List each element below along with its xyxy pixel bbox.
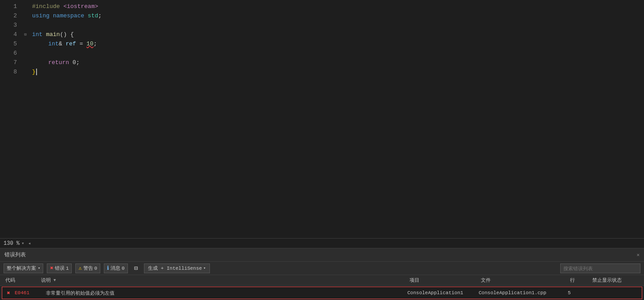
col-header-file: 文件	[477, 277, 566, 284]
warning-count: 0	[94, 266, 98, 271]
error-list-title: 错误列表	[4, 251, 26, 259]
build-label: 生成 + IntelliSense	[148, 265, 202, 272]
table-row[interactable]: ✖ E0461 非常量引用的初始值必须为左值 ConsoleApplicatio…	[2, 287, 642, 299]
message-label: 消息	[111, 265, 120, 272]
build-dropdown[interactable]: 生成 + IntelliSense ▾	[144, 264, 209, 273]
message-count: 0	[122, 266, 125, 271]
row-project: ConsoleApplication1	[404, 290, 475, 296]
scope-label: 整个解决方案	[7, 265, 36, 272]
col-header-desc: 说明 ▼	[37, 277, 406, 284]
build-dropdown-arrow: ▾	[203, 266, 205, 271]
row-file: ConsoleApplication1.cpp	[475, 290, 564, 296]
code-line-5: int& ref = 10;	[32, 39, 644, 49]
col-header-suppress: 禁止显示状态	[589, 277, 642, 284]
collapse-markers: ⊟	[22, 2, 29, 238]
error-list-header: 错误列表 ✕	[0, 248, 644, 262]
zoom-level[interactable]: 130 %	[4, 240, 20, 247]
error-label: 错误	[55, 265, 65, 272]
desc-sort-icon: ▼	[53, 278, 56, 283]
row-error-icon: ✖	[4, 290, 13, 296]
col-header-project: 项目	[406, 277, 477, 284]
row-code: E0461	[13, 290, 44, 296]
error-list-rows: ✖ E0461 非常量引用的初始值必须为左值 ConsoleApplicatio…	[0, 287, 644, 299]
col-header-code: 代码	[2, 277, 37, 284]
warning-filter-btn[interactable]: ⚠ 警告 0	[75, 264, 100, 273]
scroll-left-icon[interactable]: ◂	[28, 240, 31, 246]
error-columns: 代码 说明 ▼ 项目 文件 行 禁止显示状态	[0, 275, 644, 286]
line-numbers: 1 2 3 4 5 6 7 8	[0, 2, 22, 238]
row-description: 非常量引用的初始值必须为左值	[44, 290, 404, 296]
message-filter-btn[interactable]: ℹ 消息 0	[104, 264, 128, 273]
error-toolbar: 整个解决方案 ▾ ✖ 错误 1 ⚠ 警告 0 ℹ 消息 0 ⊟ 生成 + Int…	[0, 262, 644, 275]
scope-dropdown[interactable]: 整个解决方案 ▾	[4, 264, 43, 273]
zoom-bar: 130 % ▾ ◂	[0, 238, 644, 248]
code-line-8: }	[32, 67, 644, 77]
row-line: 5	[564, 290, 587, 296]
error-search-input[interactable]	[560, 264, 640, 273]
filter-btn[interactable]: ⊟	[131, 264, 140, 273]
error-filter-btn[interactable]: ✖ 错误 1	[47, 264, 72, 273]
code-line-7: return 0;	[32, 58, 644, 67]
col-header-line: 行	[566, 277, 589, 284]
warning-label: 警告	[83, 265, 93, 272]
code-line-2: using namespace std;	[32, 11, 644, 20]
code-line-1: #include <iostream>	[32, 2, 644, 11]
code-line-6	[32, 49, 644, 58]
code-lines[interactable]: #include <iostream> using namespace std;…	[29, 2, 644, 238]
info-icon: ℹ	[107, 265, 109, 272]
panel-close-icon[interactable]: ✕	[636, 252, 640, 258]
filter-icon: ⊟	[134, 264, 138, 272]
error-list-panel: 错误列表 ✕ 整个解决方案 ▾ ✖ 错误 1 ⚠ 警告 0 ℹ 消息 0 ⊟	[0, 248, 644, 300]
zoom-dropdown-icon[interactable]: ▾	[21, 240, 25, 246]
warning-icon: ⚠	[78, 265, 82, 272]
error-count: 1	[66, 266, 69, 271]
code-line-4: int main() {	[32, 30, 644, 39]
error-icon: ✖	[50, 265, 53, 272]
code-editor[interactable]: 1 2 3 4 5 6 7 8 ⊟ #include <iostream>	[0, 0, 644, 238]
code-line-3	[32, 20, 644, 30]
scope-dropdown-arrow: ▾	[38, 266, 40, 271]
